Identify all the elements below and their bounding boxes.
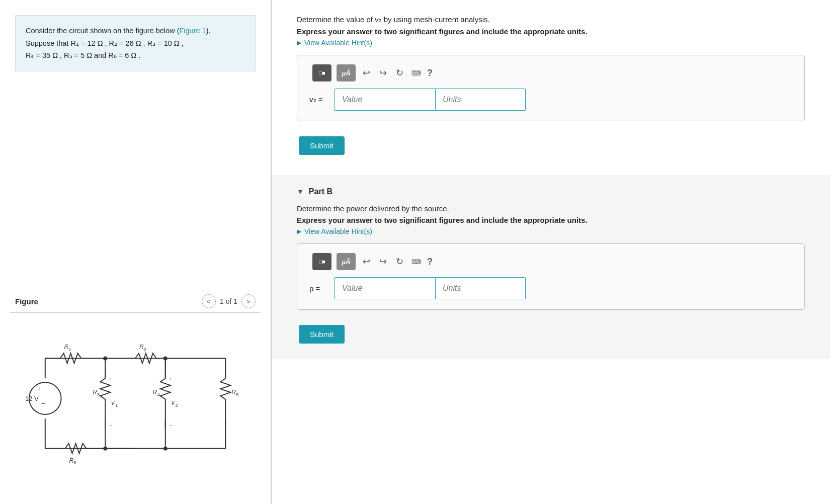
figure-counter: 1 of 1 xyxy=(220,297,237,305)
svg-text:R: R xyxy=(93,389,97,396)
part-b-units-icon: μÃ xyxy=(342,258,350,266)
part-a-toolbar: □■ μÃ ↩ ↪ ↻ ⌨ ? xyxy=(307,64,794,81)
circuit-svg: + − 12 V R 1 R 2 xyxy=(15,328,256,479)
part-b-hint-arrow-icon: ▶ xyxy=(297,228,301,235)
svg-text:4: 4 xyxy=(157,392,160,397)
redo-button[interactable]: ↪ xyxy=(377,66,389,79)
svg-text:2: 2 xyxy=(144,347,146,352)
part-a-input-row: v₂ = xyxy=(309,89,794,111)
svg-text:+: + xyxy=(170,376,173,382)
svg-text:v: v xyxy=(172,399,175,406)
part-a-answer-box: □■ μÃ ↩ ↪ ↻ ⌨ ? v₂ = xyxy=(297,55,805,121)
part-a-label: v₂ = xyxy=(309,95,329,104)
figure-nav: < 1 of 1 > xyxy=(202,294,256,308)
figure-title: Figure xyxy=(15,297,38,306)
problem-text-line2: Suppose that R₁ = 12 Ω , R₂ = 26 Ω , R₃ … xyxy=(26,39,184,47)
keyboard-icon: ⌨ xyxy=(411,69,421,77)
part-b-toolbar: □■ μÃ ↩ ↪ ↻ ⌨ ? xyxy=(307,253,794,270)
part-b-collapse-icon[interactable]: ▼ xyxy=(297,188,304,196)
svg-text:R: R xyxy=(231,389,236,396)
part-b-units-input[interactable] xyxy=(435,277,526,299)
svg-text:v: v xyxy=(111,399,115,406)
part-b-section: ▼ Part B Determine the power delivered b… xyxy=(272,175,830,359)
svg-text:−: − xyxy=(170,423,173,429)
svg-text:R: R xyxy=(69,457,74,464)
problem-text-line3: R₄ = 35 Ω , R₅ = 5 Ω and R₆ = 6 Ω . xyxy=(26,51,140,59)
part-b-keyboard-button[interactable]: ⌨ xyxy=(410,257,422,267)
svg-text:R: R xyxy=(153,389,157,396)
symbol-palette-icon: □■ xyxy=(319,70,324,76)
svg-text:3: 3 xyxy=(97,392,100,397)
svg-text:−: − xyxy=(109,423,112,429)
part-b-answer-box: □■ μÃ ↩ ↪ ↻ ⌨ ? p = xyxy=(297,243,805,310)
svg-text:+: + xyxy=(38,386,41,392)
part-b-bold-instruction: Express your answer to two significant f… xyxy=(297,216,805,224)
svg-text:−: − xyxy=(41,399,45,407)
undo-button[interactable]: ↩ xyxy=(361,66,372,79)
figure-section: Figure < 1 of 1 > xyxy=(0,290,271,504)
svg-point-50 xyxy=(163,447,168,451)
svg-text:1: 1 xyxy=(115,403,118,408)
problem-text-line1: Consider the circuit shown on the figure… xyxy=(26,27,211,35)
part-b-input-row: p = xyxy=(309,277,794,299)
part-a-hint-toggle[interactable]: ▶ View Available Hint(s) xyxy=(297,39,805,47)
svg-text:5: 5 xyxy=(236,392,238,397)
part-b-symbol-palette-button[interactable]: □■ xyxy=(312,253,331,270)
units-icon: μÃ xyxy=(342,69,350,77)
figure-header: Figure < 1 of 1 > xyxy=(10,290,261,313)
hint-arrow-icon: ▶ xyxy=(297,39,301,46)
reset-button[interactable]: ↻ xyxy=(394,66,405,79)
prev-figure-button[interactable]: < xyxy=(202,294,216,308)
units-button[interactable]: μÃ xyxy=(337,64,356,81)
part-b-title-text: Part B xyxy=(309,187,333,196)
svg-text:12 V: 12 V xyxy=(25,395,39,402)
part-b-undo-button[interactable]: ↩ xyxy=(361,255,372,268)
part-b-header: ▼ Part B xyxy=(297,187,805,196)
part-b-submit-button[interactable]: Submit xyxy=(299,325,345,344)
part-b-hint-toggle[interactable]: ▶ View Available Hint(s) xyxy=(297,227,805,235)
svg-point-48 xyxy=(163,356,168,360)
part-b-units-button[interactable]: μÃ xyxy=(337,253,356,270)
svg-point-47 xyxy=(103,356,107,360)
part-b-hint-label: View Available Hint(s) xyxy=(304,227,372,235)
part-b-symbol-icon: □■ xyxy=(319,259,324,265)
svg-text:+: + xyxy=(109,376,112,382)
part-a-instruction: Determine the value of v₂ by using mesh-… xyxy=(297,15,805,24)
svg-text:1: 1 xyxy=(69,347,71,352)
part-b-label: p = xyxy=(309,284,329,293)
problem-box: Consider the circuit shown on the figure… xyxy=(15,15,256,71)
figure-link[interactable]: Figure 1 xyxy=(179,27,206,35)
circuit-diagram: + − 12 V R 1 R 2 xyxy=(10,318,261,494)
part-b-help-button[interactable]: ? xyxy=(427,257,433,267)
svg-text:R: R xyxy=(139,344,144,351)
svg-text:2: 2 xyxy=(176,403,178,408)
part-b-reset-button[interactable]: ↻ xyxy=(394,255,405,268)
part-b-keyboard-icon: ⌨ xyxy=(411,258,421,266)
svg-text:R: R xyxy=(64,344,69,351)
part-b-redo-button[interactable]: ↪ xyxy=(377,255,389,268)
svg-point-49 xyxy=(103,447,107,451)
part-b-instruction: Determine the power delivered by the sou… xyxy=(297,204,805,213)
left-panel: Consider the circuit shown on the figure… xyxy=(0,0,272,504)
next-figure-button[interactable]: > xyxy=(241,294,256,308)
part-a-hint-label: View Available Hint(s) xyxy=(304,39,372,47)
keyboard-button[interactable]: ⌨ xyxy=(410,68,422,78)
symbol-palette-button[interactable]: □■ xyxy=(312,64,331,81)
svg-text:6: 6 xyxy=(74,460,76,465)
part-a-bold-instruction: Express your answer to two significant f… xyxy=(297,27,805,36)
help-button[interactable]: ? xyxy=(427,68,433,78)
part-b-value-input[interactable] xyxy=(335,277,435,299)
right-panel: Determine the value of v₂ by using mesh-… xyxy=(272,0,830,504)
part-a-submit-button[interactable]: Submit xyxy=(299,136,345,155)
part-a-units-input[interactable] xyxy=(435,89,526,111)
part-a-section: Determine the value of v₂ by using mesh-… xyxy=(297,15,805,155)
part-a-value-input[interactable] xyxy=(335,89,435,111)
